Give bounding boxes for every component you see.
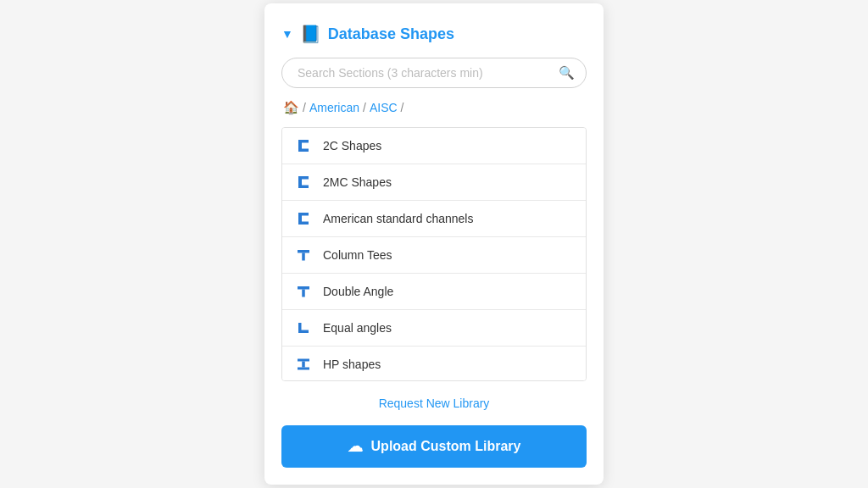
list-item-2mc-shapes[interactable]: 2MC Shapes xyxy=(282,164,586,201)
svg-rect-1 xyxy=(298,140,309,143)
panel-title-row: ▼ 📘 Database Shapes xyxy=(281,24,587,44)
svg-rect-16 xyxy=(298,368,309,370)
upload-custom-library-button[interactable]: ☁ Upload Custom Library xyxy=(281,425,587,468)
svg-rect-17 xyxy=(302,362,305,368)
item-label: Column Tees xyxy=(323,248,392,262)
search-input[interactable] xyxy=(281,58,587,88)
breadcrumb-american[interactable]: American xyxy=(309,101,359,114)
svg-rect-11 xyxy=(298,286,309,290)
item-label: 2C Shapes xyxy=(323,139,381,152)
chevron-down-icon: ▼ xyxy=(281,27,293,41)
list-item-equal-angles[interactable]: Equal angles xyxy=(282,310,586,347)
list-item-double-angle[interactable]: Double Angle xyxy=(282,274,586,310)
panel-title: Database Shapes xyxy=(328,25,454,43)
svg-rect-14 xyxy=(298,330,309,334)
request-new-library-link[interactable]: Request New Library xyxy=(281,393,587,413)
item-label: Equal angles xyxy=(323,321,392,335)
list-item-column-tees[interactable]: Column Tees xyxy=(282,237,586,274)
item-label: 2MC Shapes xyxy=(323,175,392,189)
search-wrapper: 🔍 xyxy=(281,58,587,88)
breadcrumb-aisc[interactable]: AISC xyxy=(370,101,398,114)
database-shapes-panel: ▼ 📘 Database Shapes 🔍 🏠 / American / AIS… xyxy=(264,3,604,485)
shape-icon-c xyxy=(294,136,313,155)
svg-rect-12 xyxy=(302,290,305,297)
item-label: American standard channels xyxy=(323,212,473,225)
svg-rect-5 xyxy=(298,186,309,189)
breadcrumb-sep-1: / xyxy=(303,101,306,114)
upload-button-label: Upload Custom Library xyxy=(371,439,521,454)
search-icon: 🔍 xyxy=(559,65,575,80)
shape-icon-t xyxy=(294,246,313,264)
item-label: HP shapes xyxy=(323,358,381,371)
svg-rect-7 xyxy=(298,213,309,216)
book-icon: 📘 xyxy=(300,24,321,44)
item-label: Double Angle xyxy=(323,285,393,298)
list-item-hp-shapes[interactable]: HP shapes xyxy=(282,347,586,381)
svg-rect-10 xyxy=(302,253,305,261)
shape-icon-i xyxy=(294,355,313,374)
list-item-american-standard-channels[interactable]: American standard channels xyxy=(282,201,586,237)
svg-rect-9 xyxy=(298,250,309,253)
svg-rect-15 xyxy=(298,359,309,362)
shape-icon-l xyxy=(294,319,313,337)
breadcrumb-sep-3: / xyxy=(401,101,404,114)
svg-rect-4 xyxy=(298,176,309,180)
breadcrumb: 🏠 / American / AISC / xyxy=(281,100,587,115)
breadcrumb-sep-2: / xyxy=(363,101,366,114)
upload-cloud-icon: ☁ xyxy=(348,437,363,456)
shape-icon-t xyxy=(294,282,313,301)
shape-icon-c xyxy=(294,173,313,191)
svg-rect-8 xyxy=(298,222,309,225)
svg-rect-2 xyxy=(298,149,309,152)
shapes-list[interactable]: 2C Shapes 2MC Shapes American standard c… xyxy=(281,127,587,381)
home-icon[interactable]: 🏠 xyxy=(283,100,299,115)
shape-icon-c xyxy=(294,209,313,228)
list-item-2c-shapes[interactable]: 2C Shapes xyxy=(282,128,586,164)
